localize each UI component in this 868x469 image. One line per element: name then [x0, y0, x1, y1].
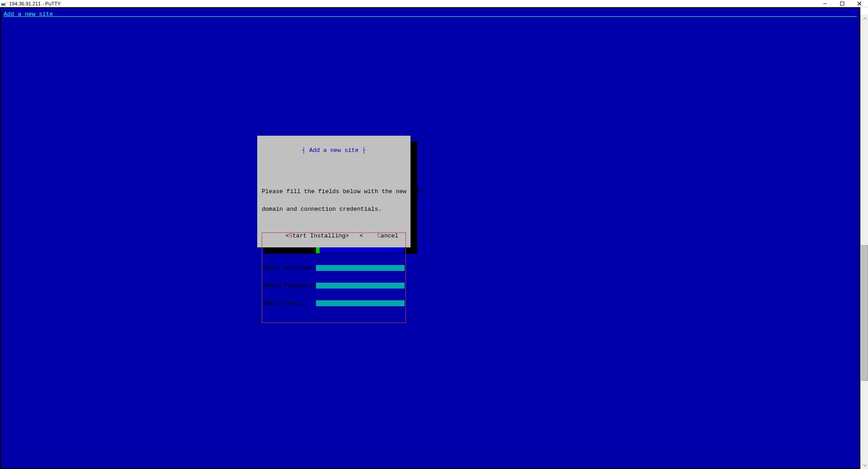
dialog-button-row: <Start Installing> < Cancel > [257, 227, 410, 245]
svg-line-2 [5, 2, 7, 4]
terminal-area: Add a new site ┤ Add a new site ├ Please… [0, 7, 868, 469]
window-controls [816, 0, 868, 7]
start-installing-button[interactable]: <Start Installing> [285, 232, 349, 239]
maximize-button[interactable] [834, 0, 851, 7]
minimize-button[interactable] [816, 0, 834, 7]
field-admin-email: Admin Email: [263, 300, 405, 306]
terminal-viewport[interactable]: Add a new site ┤ Add a new site ├ Please… [0, 7, 860, 469]
vertical-scrollbar[interactable] [860, 14, 868, 469]
close-button[interactable] [851, 0, 868, 7]
scrollbar-thumb[interactable] [861, 245, 868, 381]
putty-icon [1, 0, 7, 7]
admin-username-input[interactable] [316, 265, 405, 271]
svg-rect-1 [1, 4, 5, 5]
text-cursor [316, 247, 320, 253]
domain-input[interactable] [316, 247, 405, 253]
field-admin-password: Admin Password: [263, 283, 405, 289]
window-title: 194.36.91.211 - PuTTY [9, 1, 61, 6]
domain-label: Domain: [263, 247, 316, 253]
field-domain: Domain: [263, 247, 405, 253]
admin-password-input[interactable] [316, 283, 405, 289]
instruction-line-1: Please fill the fields below with the ne… [262, 189, 406, 194]
admin-email-label: Admin Email: [263, 300, 316, 306]
svg-rect-4 [840, 2, 844, 5]
dialog-title: ┤ Add a new site ├ [257, 147, 410, 153]
window-titlebar: 194.36.91.211 - PuTTY [0, 0, 868, 7]
admin-email-input[interactable] [316, 300, 405, 306]
scroll-up-arrow-icon[interactable] [861, 14, 868, 22]
header-rule [4, 16, 857, 17]
cancel-button[interactable]: < Cancel > [359, 232, 416, 239]
dialog-body: Please fill the fields below with the ne… [257, 171, 410, 335]
instruction-line-2: domain and connection credentials. [262, 206, 406, 212]
admin-username-label: Admin Username: [263, 265, 316, 271]
admin-password-label: Admin Password: [263, 283, 316, 289]
scroll-down-arrow-icon[interactable] [861, 461, 868, 469]
field-admin-username: Admin Username: [263, 265, 405, 271]
dialog-add-site: ┤ Add a new site ├ Please fill the field… [257, 136, 411, 248]
fields-frame: Domain: Admin Username: Admin Password: … [262, 232, 406, 323]
